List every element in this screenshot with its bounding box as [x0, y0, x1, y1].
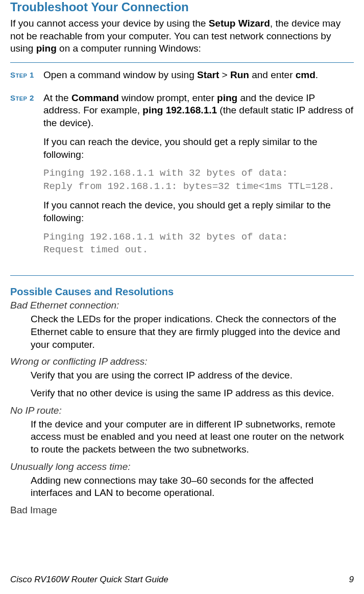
code-block-timeout: Pinging 192.168.1.1 with 32 bytes of dat…	[43, 231, 354, 257]
step-2-body: At the Command window prompt, enter ping…	[43, 92, 354, 263]
step-2: Step 2 At the Command window prompt, ent…	[10, 92, 354, 263]
cause-long-access-heading: Unusually long access time:	[10, 461, 354, 472]
cause-bad-ethernet-heading: Bad Ethernet connection:	[10, 300, 354, 311]
step-2-label: Step 2	[10, 92, 43, 263]
cause-bad-image-heading: Bad Image	[10, 505, 354, 516]
intro-bold-setupwizard: Setup Wizard	[209, 18, 270, 29]
footer-guide-name: Cisco RV160W Router Quick Start Guide	[10, 575, 168, 585]
causes-title: Possible Causes and Resolutions	[10, 286, 354, 298]
intro-text: on a computer running Windows:	[57, 43, 201, 54]
step-2-bold-command: Command	[71, 92, 119, 103]
step-1-body: Open a command window by using Start > R…	[43, 69, 354, 88]
step-1-bold-cmd: cmd	[296, 69, 316, 80]
step-1-bold-start: Start	[197, 69, 219, 80]
step-1-text: >	[219, 69, 230, 80]
step-2-text: window prompt, enter	[119, 92, 217, 103]
cause-wrong-ip-body-1: Verify that you are using the correct IP…	[31, 369, 354, 382]
step-2-noreach-text: If you cannot reach the device, you shou…	[43, 199, 354, 224]
step-1-label: Step 1	[10, 69, 43, 88]
step-1: Step 1 Open a command window by using St…	[10, 69, 354, 88]
intro-bold-ping: ping	[36, 43, 57, 54]
cause-no-route-heading: No IP route:	[10, 405, 354, 416]
steps-block: Step 1 Open a command window by using St…	[10, 63, 354, 275]
divider-bottom	[10, 275, 354, 276]
step-2-text: At the	[43, 92, 71, 103]
step-1-text: and enter	[249, 69, 296, 80]
cause-wrong-ip-heading: Wrong or conflicting IP address:	[10, 356, 354, 367]
step-2-bold-ping: ping	[217, 92, 237, 103]
page-title: Troubleshoot Your Connection	[10, 0, 354, 14]
step-2-reach-text: If you can reach the device, you should …	[43, 136, 354, 161]
step-2-bold-pingip: ping 192.168.1.1	[142, 105, 217, 115]
cause-bad-ethernet-body: Check the LEDs for the proper indication…	[31, 313, 354, 351]
intro-text: If you cannot access your device by usin…	[10, 18, 209, 29]
cause-long-access-body: Adding new connections may take 30–60 se…	[31, 474, 354, 500]
cause-no-route-body: If the device and your computer are in d…	[31, 418, 354, 456]
intro-paragraph: If you cannot access your device by usin…	[10, 17, 354, 55]
code-block-reply: Pinging 192.168.1.1 with 32 bytes of dat…	[43, 167, 354, 193]
footer-page-number: 9	[349, 575, 354, 585]
step-1-text: Open a command window by using	[43, 69, 197, 80]
step-1-text: .	[316, 69, 318, 80]
cause-wrong-ip-body-2: Verify that no other device is using the…	[31, 387, 354, 400]
step-1-bold-run: Run	[230, 69, 249, 80]
footer: Cisco RV160W Router Quick Start Guide 9	[10, 575, 354, 585]
